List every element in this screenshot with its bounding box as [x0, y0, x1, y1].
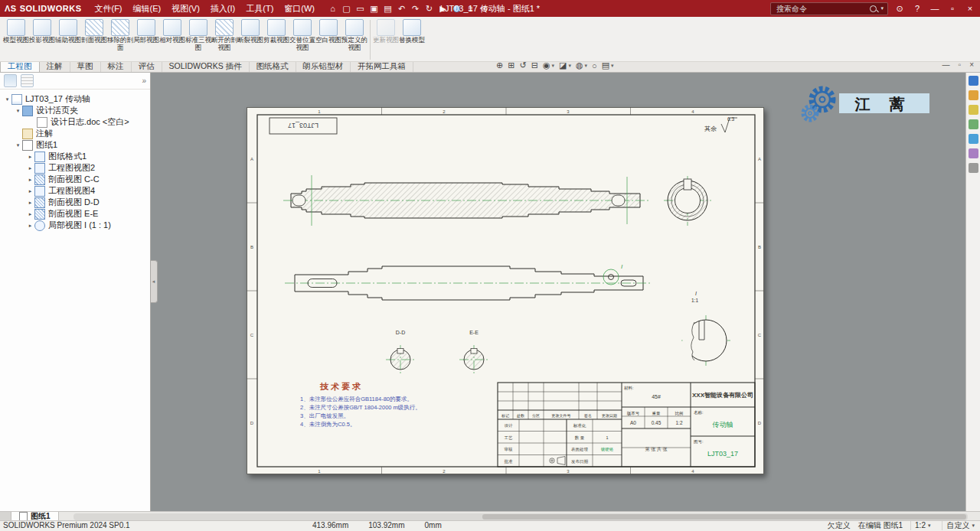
- units-dropdown[interactable]: 自定义 ▾: [942, 521, 978, 530]
- chevron-down-icon[interactable]: ▾: [585, 63, 588, 69]
- tree-item-drawing-view4[interactable]: ▸ 工程图视图4: [0, 185, 150, 197]
- ribbon-button-projected-view[interactable]: 投影视图: [29, 18, 55, 44]
- ribbon-button-empty-view[interactable]: 空白视图: [315, 18, 341, 44]
- expand-icon[interactable]: ▸: [26, 200, 34, 206]
- property-manager-tab-icon[interactable]: [21, 74, 34, 87]
- tree-item-section-view-dd[interactable]: ▸ 剖面视图 D-D: [0, 197, 150, 208]
- menu-window[interactable]: 窗口(W): [279, 0, 320, 17]
- menu-tools[interactable]: 工具(T): [240, 0, 279, 17]
- drawing-view-icon: [34, 163, 45, 174]
- tree-item-annotations[interactable]: 注解: [0, 128, 150, 139]
- tree-item-section-view-ee[interactable]: ▸ 剖面视图 E-E: [0, 208, 150, 220]
- new-document-icon[interactable]: ▢: [340, 0, 353, 17]
- design-library-icon[interactable]: [969, 90, 978, 100]
- ribbon-button-crop-view[interactable]: 剪裁视图: [263, 18, 289, 44]
- view-palette-icon[interactable]: [969, 119, 978, 129]
- ribbon-button-removed-section[interactable]: 移除的剖面: [107, 18, 133, 51]
- expand-icon[interactable]: ▸: [26, 188, 34, 194]
- chevron-down-icon[interactable]: ▾: [611, 63, 614, 69]
- ribbon-button-broken-out-section[interactable]: 断开的剖视图: [211, 18, 237, 51]
- scrollbar-thumb[interactable]: [482, 514, 966, 520]
- tree-item-root[interactable]: ▾ LJT03_17 传动轴: [0, 93, 150, 105]
- tab-langle-profiles[interactable]: 朗乐铝型材: [296, 60, 351, 72]
- panel-header: »: [0, 72, 150, 90]
- ribbon-button-replace-model[interactable]: 替换模型: [399, 18, 425, 44]
- chevron-down-icon[interactable]: ▾: [568, 63, 571, 69]
- tree-item-section-view-cc[interactable]: ▸ 剖面视图 C-C: [0, 174, 150, 185]
- ribbon-button-predefined-view[interactable]: 预定义的视图: [341, 18, 368, 51]
- task-home-icon[interactable]: [969, 76, 978, 86]
- collapse-icon[interactable]: ▾: [14, 142, 22, 148]
- detail-view-icon: [34, 220, 45, 231]
- tree-item-detail-view-i[interactable]: ▸ 局部视图 I (1 : 1): [0, 220, 150, 231]
- ribbon-button-standard-3-view[interactable]: 标准三视图: [185, 18, 211, 51]
- ribbon-separator: [370, 20, 371, 60]
- file-explorer-icon[interactable]: [969, 105, 978, 115]
- svg-text:D: D: [758, 421, 762, 425]
- ribbon-button-section-view[interactable]: 剖面视图: [81, 18, 107, 44]
- tab-kaituo-toolbox[interactable]: 开拓网工具箱: [351, 60, 413, 72]
- collapse-icon[interactable]: ▾: [14, 108, 22, 114]
- save-icon[interactable]: ▣: [368, 0, 381, 17]
- sheet-scale-dropdown[interactable]: 1:2 ▾: [910, 521, 934, 530]
- chevron-down-icon[interactable]: ▾: [880, 5, 884, 11]
- ribbon-button-detail-view[interactable]: 局部视图: [133, 18, 159, 44]
- home-icon[interactable]: ⌂: [326, 0, 339, 17]
- svg-text:45#: 45#: [652, 394, 661, 399]
- collapse-icon[interactable]: ▾: [3, 96, 11, 103]
- command-search[interactable]: ▾: [770, 2, 888, 15]
- appearances-icon[interactable]: [969, 134, 978, 144]
- expand-icon[interactable]: ▸: [26, 154, 34, 160]
- tab-sheet-format[interactable]: 图纸格式: [250, 60, 296, 72]
- panel-splitter-handle[interactable]: ◂: [150, 260, 158, 303]
- ribbon-button-break-view[interactable]: 断裂视图: [237, 18, 263, 44]
- tree-item-drawing-view2[interactable]: ▸ 工程图视图2: [0, 162, 150, 174]
- tab-evaluate[interactable]: 评估: [132, 60, 162, 72]
- feature-tree-tab-icon[interactable]: [4, 74, 17, 87]
- close-button[interactable]: ×: [964, 0, 976, 17]
- tab-dimension[interactable]: 标注: [101, 60, 132, 72]
- solidworks-window: ΛS SOLIDWORKS 文件(F) 编辑(E) 视图(V) 插入(I) 工具…: [0, 0, 980, 531]
- svg-text:1: 1: [606, 435, 608, 440]
- edit-appearance-icon[interactable]: ○: [592, 61, 597, 70]
- minimize-button[interactable]: —: [929, 0, 941, 17]
- menu-file[interactable]: 文件(F): [89, 0, 127, 17]
- ribbon-button-auxiliary-view[interactable]: 辅助视图: [55, 18, 81, 44]
- ribbon-button-alternate-position-view[interactable]: 交替位置视图: [289, 18, 315, 51]
- forum-icon[interactable]: [969, 163, 978, 173]
- feature-tree: ▾ LJT03_17 传动轴 ▾ 设计活页夹 设计日志.doc <空白> 注解 …: [0, 90, 150, 231]
- tree-item-sheet-format1[interactable]: ▸ 图纸格式1: [0, 151, 150, 162]
- svg-text:比例: 比例: [675, 411, 684, 416]
- horizontal-scrollbar[interactable]: [74, 513, 968, 520]
- expand-icon[interactable]: ▸: [26, 165, 34, 171]
- open-icon[interactable]: ▭: [354, 0, 367, 17]
- expand-icon[interactable]: ▸: [26, 223, 34, 229]
- svg-text:D: D: [250, 421, 254, 425]
- menu-view[interactable]: 视图(V): [166, 0, 205, 17]
- drawing-sheet[interactable]: 1 2 3 4 1 2 3 4 A B C D A B C D LJT03_17: [247, 107, 764, 474]
- ribbon-button-relative-view[interactable]: 相对视图: [159, 18, 185, 44]
- help-icon[interactable]: ?: [911, 0, 923, 17]
- coord-x: 413.96mm: [312, 521, 348, 530]
- tree-item-design-binder[interactable]: ▾ 设计活页夹: [0, 105, 150, 116]
- rebuild-icon[interactable]: ↻: [423, 0, 436, 17]
- expand-icon[interactable]: ▸: [26, 177, 34, 183]
- menu-edit[interactable]: 编辑(E): [128, 0, 167, 17]
- tree-item-design-journal[interactable]: 设计日志.doc <空白>: [0, 116, 150, 128]
- panel-flyout-icon[interactable]: »: [142, 77, 146, 85]
- chevron-down-icon[interactable]: ▾: [551, 63, 554, 69]
- tab-annotation[interactable]: 注解: [40, 60, 70, 72]
- tab-solidworks-addins[interactable]: SOLIDWORKS 插件: [162, 60, 250, 72]
- login-icon[interactable]: ⊙: [893, 0, 906, 17]
- print-icon[interactable]: ▤: [381, 0, 394, 17]
- undo-icon[interactable]: ↶: [395, 0, 408, 17]
- restore-button[interactable]: ▫: [946, 0, 959, 17]
- ribbon-button-model-view[interactable]: 模型视图: [3, 18, 29, 44]
- tab-sketch[interactable]: 草图: [70, 60, 101, 72]
- expand-icon[interactable]: ▸: [26, 211, 34, 217]
- redo-icon[interactable]: ↷: [409, 0, 422, 17]
- menu-insert[interactable]: 插入(I): [205, 0, 240, 17]
- tree-item-sheet1[interactable]: ▾ 图纸1: [0, 139, 150, 151]
- search-input[interactable]: [775, 4, 866, 14]
- custom-properties-icon[interactable]: [969, 148, 978, 158]
